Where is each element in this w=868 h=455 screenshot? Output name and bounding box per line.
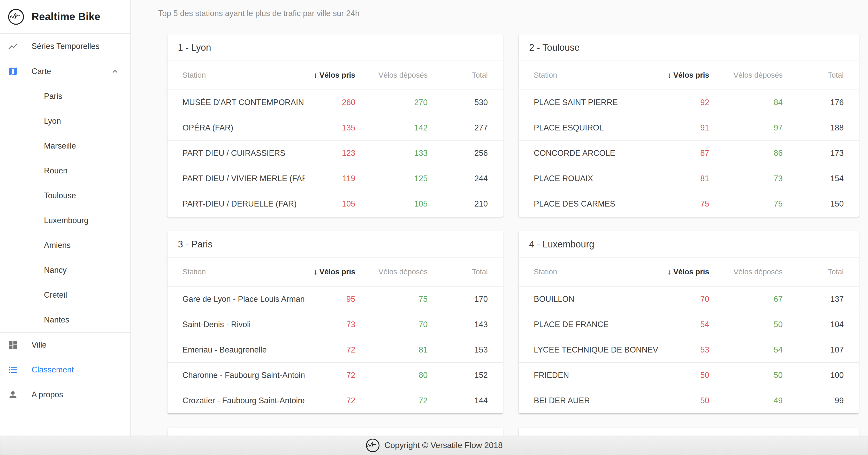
column-header-velos-pris[interactable]: ↓Vélos pris	[658, 267, 709, 276]
velos-pris-value: 105	[305, 199, 355, 208]
column-header-velos-deposes[interactable]: Vélos déposés	[355, 267, 428, 276]
station-name: MUSÉE D'ART CONTEMPORAIN (FAR)	[183, 98, 305, 107]
column-header-station[interactable]: Station	[534, 267, 658, 276]
table-row: CONCORDE ARCOLE 87 86 173	[519, 141, 859, 166]
table-row: Charonne - Faubourg Saint-Antoine 72 80 …	[167, 363, 503, 388]
brand-logo-icon	[7, 8, 25, 26]
list-icon	[8, 365, 18, 375]
sidebar-item-label: A propos	[32, 390, 63, 399]
sidebar-item-ville[interactable]: Ville	[0, 333, 130, 358]
table-row: BEI DER AUER 50 49 99	[519, 388, 859, 413]
sidebar-city-lyon[interactable]: Lyon	[0, 109, 130, 134]
velos-pris-value: 72	[305, 396, 355, 405]
velos-pris-value: 87	[658, 148, 709, 158]
table-header-row: Station ↓Vélos pris Vélos déposés Total	[167, 61, 503, 90]
column-header-station[interactable]: Station	[534, 71, 658, 80]
total-value: 137	[783, 294, 844, 304]
column-header-velos-deposes[interactable]: Vélos déposés	[709, 267, 783, 276]
table-row: PLACE ROUAIX 81 73 154	[519, 166, 859, 191]
sidebar-item-classement[interactable]: Classement	[0, 358, 130, 382]
station-name: BEI DER AUER	[534, 396, 658, 405]
velos-pris-value: 260	[305, 98, 355, 107]
column-header-velos-deposes[interactable]: Vélos déposés	[709, 71, 783, 80]
total-value: 144	[428, 396, 488, 405]
sidebar-city-nancy[interactable]: Nancy	[0, 258, 130, 283]
velos-deposes-value: 50	[709, 371, 783, 380]
sidebar-item-a-propos[interactable]: A propos	[0, 382, 130, 407]
velos-pris-value: 81	[658, 174, 709, 183]
person-icon	[8, 390, 18, 400]
cards-grid: 1 - Lyon Station ↓Vélos pris Vélos dépos…	[167, 34, 859, 438]
column-header-velos-pris[interactable]: ↓Vélos pris	[305, 71, 355, 80]
velos-deposes-value: 97	[709, 123, 783, 133]
total-value: 256	[428, 148, 488, 158]
column-header-total[interactable]: Total	[428, 71, 488, 80]
velos-pris-value: 92	[658, 98, 709, 107]
station-name: PLACE SAINT PIERRE	[534, 98, 658, 107]
station-name: CONCORDE ARCOLE	[534, 148, 658, 158]
velos-deposes-value: 72	[355, 396, 428, 405]
velos-deposes-value: 50	[709, 320, 783, 329]
city-card-paris: 3 - Paris Station ↓Vélos pris Vélos dépo…	[167, 231, 503, 413]
total-value: 99	[783, 396, 844, 405]
sidebar-item-carte[interactable]: Carte	[0, 59, 130, 84]
sidebar-city-nantes[interactable]: Nantes	[0, 308, 130, 332]
station-name: Emeriau - Beaugrenelle	[183, 345, 305, 354]
sidebar: Realtime Bike Séries Temporelles Carte P…	[0, 0, 130, 435]
column-header-total[interactable]: Total	[783, 71, 844, 80]
total-value: 277	[428, 123, 488, 133]
table-row: OPÉRA (FAR) 135 142 277	[167, 115, 503, 141]
column-header-total[interactable]: Total	[428, 267, 488, 276]
column-header-velos-pris[interactable]: ↓Vélos pris	[658, 71, 709, 80]
sort-desc-icon: ↓	[314, 71, 317, 79]
sidebar-city-toulouse[interactable]: Toulouse	[0, 183, 130, 208]
map-icon	[8, 66, 18, 77]
main-content: Top 5 des stations ayant le plus de traf…	[131, 0, 868, 435]
table-row: LYCEE TECHNIQUE DE BONNEVOIE 53 54 107	[519, 337, 859, 363]
sidebar-item-label: Ville	[32, 340, 46, 350]
chevron-up-icon[interactable]	[110, 66, 120, 76]
sidebar-city-amiens[interactable]: Amiens	[0, 233, 130, 258]
total-value: 150	[783, 199, 844, 208]
table-row: BOUILLON 70 67 137	[519, 286, 859, 312]
table-row: PART-DIEU / VIVIER MERLE (FAR) 119 125 2…	[167, 166, 503, 191]
total-value: 210	[428, 199, 488, 208]
velos-pris-value: 95	[305, 294, 355, 304]
page-title: Top 5 des stations ayant le plus de traf…	[131, 0, 868, 18]
table-row: Gare de Lyon - Place Louis Armand 95 75 …	[167, 286, 503, 312]
velos-deposes-value: 81	[355, 345, 428, 354]
sidebar-item-label: Classement	[32, 365, 74, 374]
sidebar-city-marseille[interactable]: Marseille	[0, 134, 130, 159]
column-header-total[interactable]: Total	[783, 267, 844, 276]
station-name: Charonne - Faubourg Saint-Antoine	[183, 371, 305, 380]
sidebar-city-paris[interactable]: Paris	[0, 84, 130, 109]
total-value: 170	[428, 294, 488, 304]
sidebar-city-rouen[interactable]: Rouen	[0, 159, 130, 183]
velos-deposes-value: 49	[709, 396, 783, 405]
sidebar-item-series-temporelles[interactable]: Séries Temporelles	[0, 34, 130, 59]
column-header-station[interactable]: Station	[183, 71, 305, 80]
table-header-row: Station ↓Vélos pris Vélos déposés Total	[167, 258, 503, 286]
column-header-station[interactable]: Station	[183, 267, 305, 276]
city-card-lyon: 1 - Lyon Station ↓Vélos pris Vélos dépos…	[167, 34, 503, 217]
velos-deposes-value: 84	[709, 98, 783, 107]
sidebar-item-label: Séries Temporelles	[32, 42, 99, 51]
table-row: Saint-Denis - Rivoli 73 70 143	[167, 312, 503, 337]
total-value: 152	[428, 371, 488, 380]
table-row: PLACE DES CARMES 75 75 150	[519, 191, 859, 217]
column-header-velos-deposes[interactable]: Vélos déposés	[355, 71, 428, 80]
velos-pris-value: 75	[658, 199, 709, 208]
card-title: 1 - Lyon	[167, 34, 503, 61]
total-value: 143	[428, 320, 488, 329]
sidebar-city-creteil[interactable]: Creteil	[0, 283, 130, 308]
velos-deposes-value: 75	[355, 294, 428, 304]
station-name: PART DIEU / CUIRASSIERS	[183, 148, 305, 158]
table-row: PLACE ESQUIROL 91 97 188	[519, 115, 859, 141]
card-title: 3 - Paris	[167, 231, 503, 258]
column-header-velos-pris[interactable]: ↓Vélos pris	[305, 267, 355, 276]
velos-deposes-value: 86	[709, 148, 783, 158]
velos-pris-value: 50	[658, 396, 709, 405]
sidebar-city-luxembourg[interactable]: Luxembourg	[0, 208, 130, 233]
footer: Copyright © Versatile Flow 2018	[0, 435, 868, 455]
total-value: 154	[783, 174, 844, 183]
